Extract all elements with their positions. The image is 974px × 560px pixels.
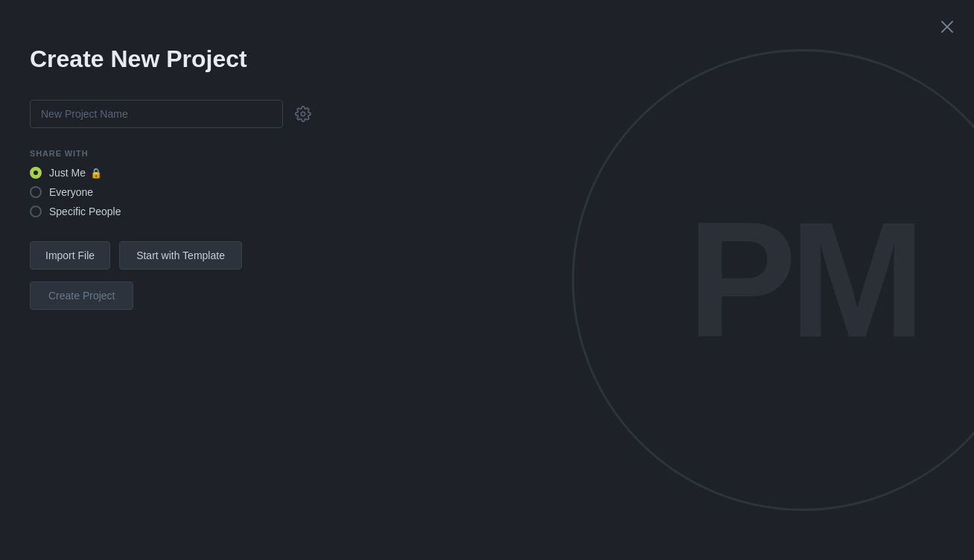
- right-panel: PM: [424, 0, 974, 560]
- project-name-input[interactable]: [30, 100, 283, 128]
- lock-icon: 🔒: [90, 168, 102, 179]
- radio-specific-people-label: Specific People: [49, 206, 121, 217]
- input-row: [30, 100, 395, 128]
- radio-option-everyone[interactable]: Everyone: [30, 186, 395, 198]
- share-section: SHARE WITH Just Me 🔒 Everyone Specific P…: [30, 149, 395, 217]
- settings-button[interactable]: [292, 103, 314, 125]
- share-with-label: SHARE WITH: [30, 149, 395, 158]
- pm-logo-text: PM: [687, 186, 918, 375]
- radio-everyone[interactable]: [30, 186, 42, 198]
- close-icon: [941, 21, 953, 33]
- button-row: Import File Start with Template: [30, 241, 395, 270]
- radio-just-me[interactable]: [30, 167, 42, 179]
- radio-everyone-label: Everyone: [49, 186, 93, 198]
- start-template-button[interactable]: Start with Template: [119, 241, 242, 270]
- create-project-button[interactable]: Create Project: [30, 281, 133, 310]
- close-button[interactable]: [935, 15, 959, 39]
- left-panel: Create New Project SHARE WITH Just Me 🔒: [0, 0, 424, 560]
- page-title: Create New Project: [30, 45, 395, 73]
- radio-specific-people[interactable]: [30, 206, 42, 217]
- svg-point-2: [301, 112, 305, 117]
- dialog-container: Create New Project SHARE WITH Just Me 🔒: [0, 0, 974, 560]
- import-file-button[interactable]: Import File: [30, 241, 110, 270]
- pm-logo-circle: PM: [572, 49, 974, 511]
- gear-icon: [295, 106, 311, 122]
- radio-group: Just Me 🔒 Everyone Specific People: [30, 167, 395, 217]
- radio-just-me-label: Just Me 🔒: [49, 167, 102, 179]
- radio-option-specific-people[interactable]: Specific People: [30, 206, 395, 217]
- radio-option-just-me[interactable]: Just Me 🔒: [30, 167, 395, 179]
